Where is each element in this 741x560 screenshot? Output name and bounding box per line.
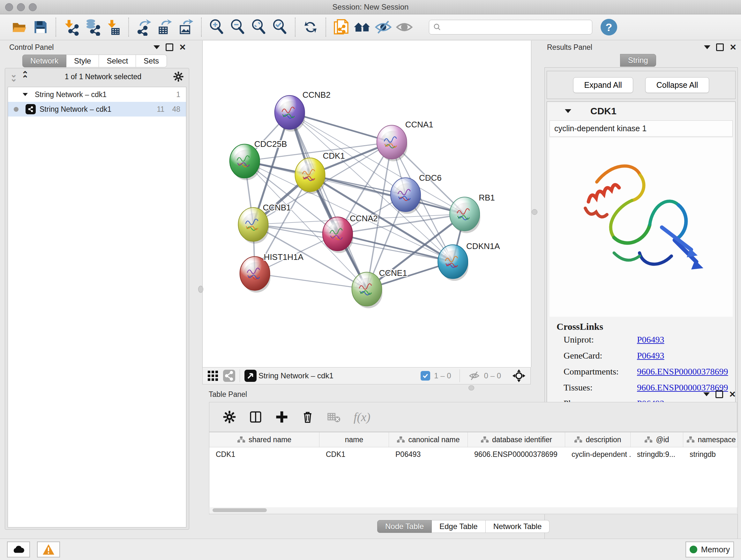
hidden-eye-icon[interactable] bbox=[468, 370, 480, 382]
tab-style[interactable]: Style bbox=[66, 55, 99, 67]
node-label-CCNE1: CCNE1 bbox=[379, 268, 407, 278]
hide-glass-pane-button[interactable] bbox=[373, 17, 394, 38]
delete-column-trash-icon[interactable] bbox=[301, 411, 314, 423]
node-CDK1[interactable]: CDK1 bbox=[295, 151, 345, 194]
string-home-button[interactable] bbox=[352, 17, 373, 38]
table-cell[interactable]: stringdb:9... bbox=[630, 447, 683, 461]
left-splitter-handle[interactable] bbox=[198, 286, 203, 293]
delete-table-icon[interactable] bbox=[327, 410, 341, 424]
crosslink-link[interactable]: P06493 bbox=[637, 351, 664, 361]
panel-float-icon[interactable] bbox=[165, 44, 173, 51]
column-header-canonical-name[interactable]: canonical name bbox=[389, 432, 468, 447]
tab-network[interactable]: Network bbox=[22, 55, 66, 67]
node-CCNB2[interactable]: CCNB2 bbox=[275, 90, 331, 132]
refresh-view-button[interactable] bbox=[300, 17, 321, 38]
memory-button[interactable]: Memory bbox=[685, 542, 734, 557]
view-mode-share-icon[interactable] bbox=[223, 370, 235, 382]
crosslinks-title: CrossLinks bbox=[556, 321, 733, 332]
save-session-button[interactable] bbox=[30, 17, 51, 38]
tab-node-table[interactable]: Node Table bbox=[377, 520, 432, 533]
import-network-from-file-button[interactable] bbox=[61, 17, 82, 38]
fit-selected-crosshair-icon[interactable] bbox=[512, 369, 526, 383]
edge-CCNB2-CCNE1[interactable] bbox=[290, 112, 367, 289]
table-row[interactable]: CDK1CDK1P064939606.ENSP00000378699cyclin… bbox=[209, 447, 738, 461]
crosslink-link[interactable]: 9606.ENSP00000378699 bbox=[637, 367, 728, 377]
expand-all-button[interactable]: Expand All bbox=[573, 77, 633, 93]
export-network-button[interactable] bbox=[133, 17, 154, 38]
network-collection-row[interactable]: String Network – cdk1 1 bbox=[8, 87, 186, 102]
node-CDC6[interactable]: CDC6 bbox=[391, 173, 442, 214]
edge-CCNA2-CDKN1A[interactable] bbox=[338, 234, 453, 262]
panel-close-icon[interactable]: ✕ bbox=[179, 43, 186, 51]
help-button[interactable]: ? bbox=[601, 19, 617, 36]
panel-menu-icon[interactable] bbox=[704, 45, 711, 49]
column-header-namespace[interactable]: namespace bbox=[683, 432, 738, 447]
node-CCNA2[interactable]: CCNA2 bbox=[323, 213, 378, 253]
collapse-all-button[interactable]: Collapse All bbox=[645, 77, 710, 93]
network-options-gear-icon[interactable] bbox=[173, 71, 184, 82]
crosslink-link[interactable]: P06493 bbox=[637, 334, 664, 345]
grid-mode-icon[interactable] bbox=[207, 370, 219, 381]
edge-HIST1H1A-CCNE1[interactable] bbox=[255, 273, 367, 289]
panel-float-icon[interactable] bbox=[716, 390, 723, 398]
show-glass-pane-button[interactable] bbox=[394, 17, 415, 38]
tab-network-table[interactable]: Network Table bbox=[486, 520, 550, 533]
import-table-from-file-button[interactable] bbox=[103, 17, 124, 38]
search-input[interactable] bbox=[441, 23, 588, 32]
column-header-database-identifier[interactable]: database identifier bbox=[468, 432, 565, 447]
create-column-plus-icon[interactable] bbox=[275, 410, 288, 424]
zoom-out-button[interactable] bbox=[227, 17, 248, 38]
column-header-shared-name[interactable]: shared name bbox=[209, 432, 320, 447]
expand-all-networks-icon[interactable]: ⌃⌃ bbox=[22, 72, 29, 81]
tab-select[interactable]: Select bbox=[99, 55, 136, 67]
open-session-button[interactable] bbox=[9, 17, 30, 38]
right-splitter-handle[interactable] bbox=[532, 209, 537, 215]
table-cell[interactable]: P06493 bbox=[389, 447, 468, 461]
column-header-name[interactable]: name bbox=[320, 432, 389, 447]
cloud-status-button[interactable] bbox=[7, 542, 30, 557]
panel-menu-icon[interactable] bbox=[703, 392, 710, 396]
panel-close-icon[interactable]: ✕ bbox=[730, 43, 737, 51]
column-header-id[interactable]: @id bbox=[630, 432, 683, 447]
table-cell[interactable]: CDK1 bbox=[209, 447, 320, 461]
warnings-button[interactable] bbox=[37, 542, 60, 557]
column-header-description[interactable]: description bbox=[565, 432, 630, 447]
table-cell[interactable]: CDK1 bbox=[320, 447, 389, 461]
show-columns-icon[interactable] bbox=[249, 410, 262, 424]
node-RB1[interactable]: RB1 bbox=[450, 193, 495, 233]
function-builder-icon[interactable]: f(x) bbox=[354, 410, 370, 424]
collapse-all-networks-icon[interactable]: ⌄⌄ bbox=[10, 72, 17, 81]
node-CDKN1A[interactable]: CDKN1A bbox=[438, 241, 500, 281]
table-cell[interactable]: stringdb bbox=[683, 447, 738, 461]
table-options-gear-icon[interactable] bbox=[223, 410, 236, 424]
node-HIST1H1A[interactable]: HIST1H1A bbox=[240, 252, 304, 293]
zoom-fit-button[interactable] bbox=[248, 17, 269, 38]
toolbar-separator bbox=[56, 17, 56, 37]
string-import-button[interactable] bbox=[331, 17, 352, 38]
scrollbar-thumb[interactable] bbox=[212, 508, 267, 512]
tab-edge-table[interactable]: Edge Table bbox=[432, 520, 486, 533]
panel-menu-icon[interactable] bbox=[153, 45, 160, 49]
export-image-button[interactable] bbox=[176, 17, 197, 38]
tab-string[interactable]: String bbox=[620, 54, 656, 67]
import-network-from-database-button[interactable] bbox=[82, 17, 103, 38]
collection-expander-icon[interactable] bbox=[23, 93, 28, 96]
network-view-canvas[interactable]: CCNB2CCNA1CDC25BCDK1CDC6RB1CCNB1CCNA2CDK… bbox=[202, 41, 531, 367]
table-cell[interactable]: 9606.ENSP00000378699 bbox=[468, 447, 565, 461]
network-edges[interactable] bbox=[245, 112, 465, 289]
protein-expander-icon[interactable] bbox=[565, 109, 571, 113]
selected-checkbox-icon[interactable] bbox=[421, 371, 430, 381]
panel-close-icon[interactable]: ✕ bbox=[729, 390, 736, 398]
memory-status-dot bbox=[690, 546, 697, 553]
node-CCNE1[interactable]: CCNE1 bbox=[352, 268, 407, 308]
panel-float-icon[interactable] bbox=[716, 44, 724, 51]
birdseye-view-icon[interactable] bbox=[245, 370, 257, 382]
table-horizontal-scrollbar[interactable] bbox=[209, 507, 737, 514]
network-row[interactable]: String Network – cdk1 11 48 bbox=[8, 102, 186, 117]
zoom-in-button[interactable] bbox=[206, 17, 227, 38]
zoom-selected-button[interactable] bbox=[269, 17, 290, 38]
export-table-button[interactable] bbox=[154, 17, 176, 38]
node-CDC25B[interactable]: CDC25B bbox=[230, 139, 287, 180]
table-cell[interactable]: cyclin-dependent ... bbox=[565, 447, 630, 461]
tab-sets[interactable]: Sets bbox=[136, 55, 167, 67]
